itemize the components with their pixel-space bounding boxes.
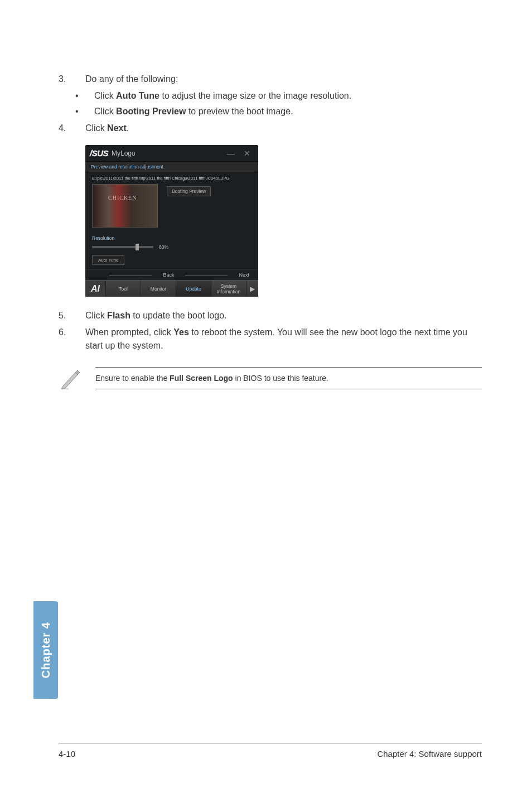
bold: Full Screen Logo bbox=[170, 374, 233, 383]
step-5: 5. Click Flash to update the boot logo. bbox=[59, 309, 482, 322]
image-row: Booting Preview bbox=[92, 184, 252, 228]
resolution-label: Resolution bbox=[92, 235, 252, 241]
bullet-dot: • bbox=[75, 105, 94, 118]
text: . bbox=[127, 123, 129, 133]
bold: Booting Preview bbox=[116, 107, 186, 116]
step-number: 5. bbox=[59, 309, 85, 322]
window-body: E:\pic\2011\2011 the fifth trip\2011 the… bbox=[85, 172, 258, 269]
bold: Flash bbox=[107, 311, 130, 320]
bold: Next bbox=[107, 123, 127, 133]
nav-row: Back Next bbox=[85, 269, 258, 280]
slider-thumb[interactable] bbox=[136, 244, 139, 250]
divider bbox=[185, 276, 228, 276]
chapter-title: Chapter 4: Software support bbox=[377, 749, 482, 758]
step-number: 4. bbox=[59, 122, 85, 135]
text: in BIOS to use this feature. bbox=[233, 374, 328, 383]
resolution-slider[interactable] bbox=[92, 246, 153, 248]
text: to preview the boot image. bbox=[186, 107, 293, 116]
text: Click bbox=[85, 311, 107, 320]
tab-monitor[interactable]: Monitor bbox=[141, 281, 176, 297]
auto-tune-button[interactable]: Auto Tune bbox=[92, 255, 124, 265]
step-row: 3. Do any of the following: bbox=[59, 73, 482, 86]
tab-arrow-right[interactable]: ▶ bbox=[246, 281, 258, 297]
note-text: Ensure to enable the Full Screen Logo in… bbox=[95, 367, 482, 389]
page-content: 3. Do any of the following: • Click Auto… bbox=[0, 0, 532, 390]
resolution-block: Resolution 80% Auto Tune bbox=[92, 235, 252, 265]
titlebar: /SUS MyLogo — ✕ bbox=[85, 145, 258, 161]
step-3: 3. Do any of the following: • Click Auto… bbox=[59, 73, 482, 118]
mylogo-window: /SUS MyLogo — ✕ Preview and resolution a… bbox=[85, 145, 258, 297]
step-text: Click Next. bbox=[85, 122, 482, 135]
bold: Yes bbox=[173, 327, 189, 337]
tab-tool[interactable]: Tool bbox=[105, 281, 141, 297]
bottom-tabs: AI Tool Monitor Update System Informatio… bbox=[85, 280, 258, 297]
bullet-dot: • bbox=[75, 89, 94, 103]
text: Click bbox=[94, 91, 116, 100]
page-footer: 4-10 Chapter 4: Software support bbox=[59, 743, 482, 758]
ai-logo: AI bbox=[85, 284, 105, 294]
header-subtitle: Preview and resolution adjustment. bbox=[85, 161, 258, 172]
back-button[interactable]: Back bbox=[163, 272, 174, 278]
resolution-slider-row: 80% bbox=[92, 244, 252, 250]
image-thumbnail bbox=[92, 184, 158, 228]
step-text: When prompted, click Yes to reboot the s… bbox=[85, 326, 482, 352]
bullet-text: Click Auto Tune to adjust the image size… bbox=[94, 89, 351, 103]
step-text: Do any of the following: bbox=[85, 73, 482, 86]
bullet-text: Click Booting Preview to preview the boo… bbox=[94, 105, 293, 118]
note-block: Ensure to enable the Full Screen Logo in… bbox=[59, 366, 482, 390]
next-button[interactable]: Next bbox=[239, 272, 249, 278]
bold: Auto Tune bbox=[116, 91, 159, 100]
step-number: 3. bbox=[59, 73, 85, 86]
text: Click bbox=[85, 123, 107, 133]
text: Click bbox=[94, 107, 116, 116]
pencil-icon bbox=[59, 366, 83, 390]
window-controls[interactable]: — ✕ bbox=[227, 149, 254, 158]
text: When prompted, click bbox=[85, 327, 173, 337]
app-name: MyLogo bbox=[112, 149, 136, 157]
booting-preview-button[interactable]: Booting Preview bbox=[167, 186, 211, 196]
step-4: 4. Click Next. bbox=[59, 122, 482, 135]
mylogo-screenshot: /SUS MyLogo — ✕ Preview and resolution a… bbox=[85, 145, 482, 297]
page-number: 4-10 bbox=[59, 749, 75, 758]
brand-logo: /SUS bbox=[90, 148, 108, 158]
chapter-side-tab: Chapter 4 bbox=[33, 601, 58, 699]
chapter-label: Chapter 4 bbox=[40, 622, 52, 678]
step-number: 6. bbox=[59, 326, 85, 339]
tab-update[interactable]: Update bbox=[176, 281, 211, 297]
step-text: Click Flash to update the boot logo. bbox=[85, 309, 482, 322]
file-path: E:\pic\2011\2011 the fifth trip\2011 the… bbox=[92, 176, 252, 181]
sub-bullets: • Click Auto Tune to adjust the image si… bbox=[75, 89, 482, 118]
step-6: 6. When prompted, click Yes to reboot th… bbox=[59, 326, 482, 352]
text: Ensure to enable the bbox=[95, 374, 170, 383]
bullet-auto-tune: • Click Auto Tune to adjust the image si… bbox=[75, 89, 482, 103]
text: to adjust the image size or the image re… bbox=[159, 91, 351, 100]
divider bbox=[109, 276, 152, 276]
bullet-booting-preview: • Click Booting Preview to preview the b… bbox=[75, 105, 482, 118]
slider-value: 80% bbox=[159, 244, 168, 250]
preview-col: Booting Preview bbox=[167, 184, 211, 196]
text: to update the boot logo. bbox=[130, 311, 227, 320]
tab-system-information[interactable]: System Information bbox=[211, 281, 246, 297]
